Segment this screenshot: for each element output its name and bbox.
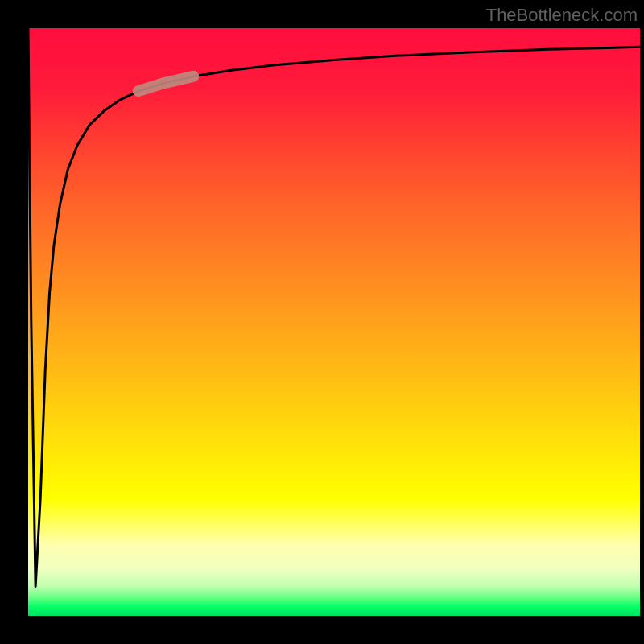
bottleneck-curve [28,28,640,587]
highlight-segment [138,76,193,91]
attribution-text: TheBottleneck.com [486,5,638,26]
chart-container: TheBottleneck.com [0,0,644,644]
curve-svg [28,28,640,616]
